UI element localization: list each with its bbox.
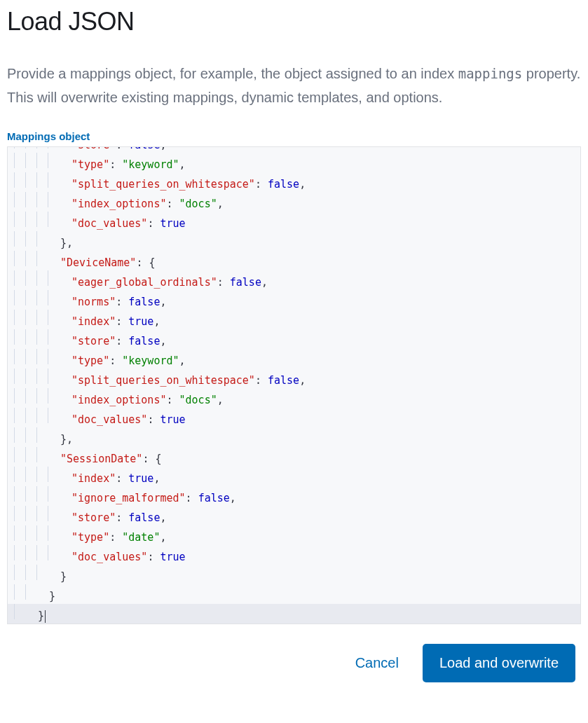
code-line[interactable]: "doc_values": true [8, 545, 580, 565]
cancel-button[interactable]: Cancel [346, 647, 409, 680]
code-line[interactable]: }, [8, 427, 580, 447]
code-line[interactable]: "SessionDate": { [8, 447, 580, 467]
code-line[interactable]: "store": false, [8, 506, 580, 525]
code-line[interactable]: "doc_values": true [8, 212, 580, 231]
load-and-overwrite-button[interactable]: Load and overwrite [423, 644, 575, 682]
code-line[interactable]: "split_queries_on_whitespace": false, [8, 369, 580, 388]
code-line[interactable]: "store": false, [8, 329, 580, 349]
code-line[interactable]: "store": false, [8, 146, 580, 153]
code-line[interactable]: "ignore_malformed": false, [8, 486, 580, 506]
code-line[interactable]: "index_options": "docs", [8, 388, 580, 408]
desc-prefix: Provide a mappings object, for example, … [7, 66, 458, 81]
mappings-object-label: Mappings object [7, 130, 581, 142]
code-line[interactable]: "type": "date", [8, 525, 580, 545]
code-line[interactable]: "index_options": "docs", [8, 192, 580, 212]
code-line[interactable]: } [8, 565, 580, 584]
code-line[interactable]: }, [8, 231, 580, 251]
description: Provide a mappings object, for example, … [7, 62, 581, 109]
code-line[interactable]: "eager_global_ordinals": false, [8, 270, 580, 290]
code-line[interactable]: } [8, 604, 580, 624]
page-title: Load JSON [7, 7, 581, 36]
code-line[interactable]: "norms": false, [8, 290, 580, 310]
desc-code: mappings [458, 66, 523, 81]
code-line[interactable]: "split_queries_on_whitespace": false, [8, 172, 580, 192]
code-line[interactable]: } [8, 584, 580, 604]
code-line[interactable]: "index": true, [8, 467, 580, 486]
json-editor[interactable]: "doc_values": true},"LicensedStatus": {"… [7, 146, 581, 624]
code-line[interactable]: "doc_values": true [8, 408, 580, 427]
code-line[interactable]: "DeviceName": { [8, 251, 580, 270]
dialog-footer: Cancel Load and overwrite [7, 644, 581, 682]
code-line[interactable]: "type": "keyword", [8, 153, 580, 172]
code-line[interactable]: "index": true, [8, 310, 580, 329]
code-line[interactable]: "type": "keyword", [8, 349, 580, 369]
